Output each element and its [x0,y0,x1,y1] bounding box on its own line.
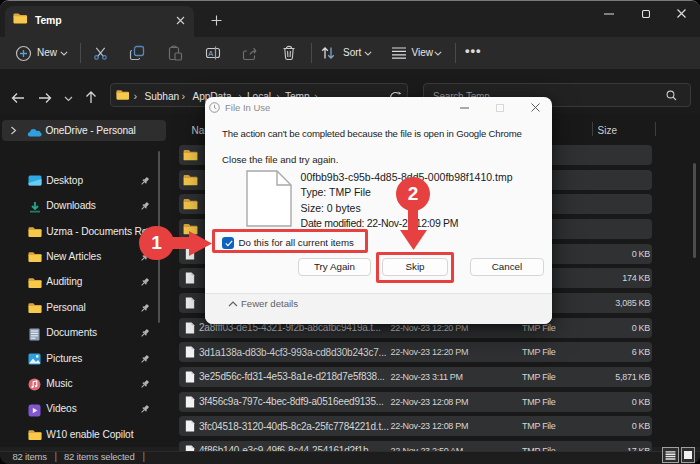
svg-text:A: A [208,49,213,58]
